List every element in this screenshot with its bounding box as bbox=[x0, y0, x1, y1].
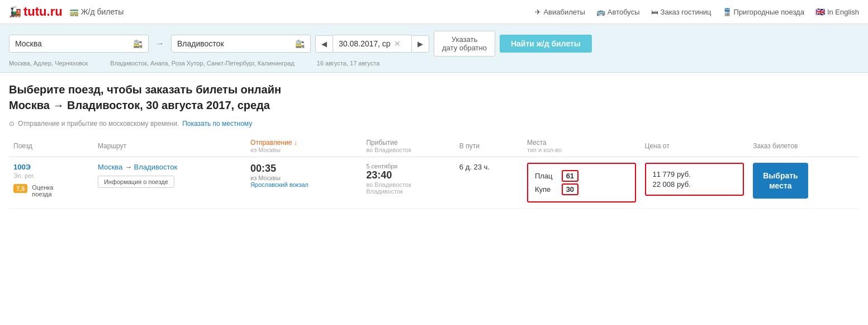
suburban-icon: 🚆 bbox=[723, 8, 732, 16]
col-order: Заказ билетов bbox=[748, 135, 859, 157]
language-switch[interactable]: 🇬🇧 In English bbox=[815, 7, 859, 16]
place-count-plaz: 61 bbox=[562, 170, 578, 182]
time-note-text: Отправление и прибытие по московскому вр… bbox=[18, 120, 179, 128]
hotel-icon: 🛏 bbox=[651, 8, 658, 16]
nav-flights[interactable]: ✈ Авиабилеты bbox=[535, 8, 585, 16]
place-count-kupe: 30 bbox=[562, 183, 578, 195]
date-clear-icon[interactable]: ✕ bbox=[394, 39, 401, 48]
time-note: ⊙ Отправление и прибытие по московскому … bbox=[9, 120, 859, 128]
return-date-button[interactable]: Указать дату обратно bbox=[434, 31, 495, 56]
section-title: 🚃 Ж/д билеты bbox=[69, 7, 124, 16]
rating-badge: 7,5 bbox=[13, 184, 27, 193]
table-row: 100Э Эл. рег. 7,5 Оценка поезда Москва →… bbox=[9, 157, 859, 209]
to-hints: Владивосток, Анапа, Роза Хутор, Санкт-Пе… bbox=[110, 60, 294, 67]
route-arrow-icon: → bbox=[125, 163, 134, 171]
date-navigator: ◀ 30.08.2017, ср ✕ ▶ bbox=[315, 35, 429, 53]
col-places: Места тип и кол-во bbox=[523, 135, 641, 157]
price-cell: 11 779 руб. 22 008 руб. bbox=[641, 157, 749, 209]
price-box: 11 779 руб. 22 008 руб. bbox=[645, 163, 744, 196]
col-arrival: Прибытие во Владивосток bbox=[362, 135, 455, 157]
nav-hotels[interactable]: 🛏 Заказ гостиниц bbox=[651, 8, 712, 16]
col-train: Поезд bbox=[9, 135, 93, 157]
rating-label: Оценка поезда bbox=[32, 184, 53, 197]
from-input[interactable]: Москва 🚉 bbox=[9, 35, 149, 53]
date-value: 30.08.2017, ср bbox=[339, 39, 391, 48]
route-cell: Москва → Владивосток Информация о поезде bbox=[93, 157, 246, 209]
to-value: Владивосток bbox=[177, 39, 224, 48]
header-nav: ✈ Авиабилеты 🚌 Автобусы 🛏 Заказ гостиниц… bbox=[535, 7, 859, 16]
price-row-2: 22 008 руб. bbox=[653, 180, 737, 189]
page-heading: Выберите поезд, чтобы заказать билеты он… bbox=[9, 82, 859, 113]
search-bar: Москва 🚉 → Владивосток 🚉 ◀ 30.08.2017, с… bbox=[0, 24, 868, 73]
travel-time-cell: 6 д. 23 ч. bbox=[455, 157, 523, 209]
departure-station: Ярославский вокзал bbox=[250, 181, 357, 188]
arrival-station-prefix: во Владивосток bbox=[366, 181, 450, 188]
price-row-1: 11 779 руб. bbox=[653, 170, 737, 178]
logo-text: tutu.ru bbox=[23, 4, 63, 19]
search-button[interactable]: Найти ж/д билеты bbox=[500, 35, 592, 53]
main-content: Выберите поезд, чтобы заказать билеты он… bbox=[0, 73, 868, 209]
flights-icon: ✈ bbox=[535, 8, 541, 16]
logo[interactable]: 🚂 tutu.ru bbox=[9, 4, 63, 19]
from-hints: Москва, Адлер, Черняховск bbox=[9, 60, 88, 67]
place-type-plaz: Плац bbox=[535, 172, 557, 180]
route-to-link[interactable]: Владивосток bbox=[134, 163, 178, 171]
order-button[interactable]: Выбрать места bbox=[753, 163, 808, 199]
place-row-plaz: Плац 61 bbox=[535, 170, 628, 182]
arrival-date: 5 сентября bbox=[366, 163, 450, 169]
nav-suburban[interactable]: 🚆 Пригородные поезда bbox=[723, 8, 804, 16]
col-departure: Отправление ↓ из Москвы bbox=[246, 135, 362, 157]
travel-time: 6 д. 23 ч. bbox=[459, 163, 490, 171]
col-price: Цена от bbox=[641, 135, 749, 157]
trains-table: Поезд Маршрут Отправление ↓ из Москвы Пр… bbox=[9, 135, 859, 209]
place-type-kupe: Купе bbox=[535, 185, 557, 194]
places-cell: Плац 61 Купе 30 bbox=[523, 157, 641, 209]
route-from-link[interactable]: Москва bbox=[98, 163, 122, 171]
arrival-cell: 5 сентября 23:40 во Владивосток Владивос… bbox=[362, 157, 455, 209]
bus-icon: 🚌 bbox=[596, 8, 605, 16]
col-route: Маршрут bbox=[93, 135, 246, 157]
arrival-station: Владивосток bbox=[366, 188, 450, 195]
page-title: Выберите поезд, чтобы заказать билеты он… bbox=[9, 82, 859, 113]
date-hints: 16 августа, 17 августа bbox=[317, 60, 380, 67]
departure-cell: 00:35 из Москвы Ярославский вокзал bbox=[246, 157, 362, 209]
search-hints: Москва, Адлер, Черняховск Владивосток, А… bbox=[9, 59, 859, 69]
departure-time: 00:35 bbox=[250, 163, 357, 175]
places-box: Плац 61 Купе 30 bbox=[527, 163, 636, 202]
clock-icon: ⊙ bbox=[9, 120, 15, 128]
table-header: Поезд Маршрут Отправление ↓ из Москвы Пр… bbox=[9, 135, 859, 157]
direction-arrow-icon: → bbox=[155, 39, 164, 49]
to-station-icon: 🚉 bbox=[295, 39, 305, 48]
logo-train-icon: 🚂 bbox=[9, 6, 21, 18]
col-travel-time: В пути bbox=[455, 135, 523, 157]
train-info-cell: 100Э Эл. рег. 7,5 Оценка поезда bbox=[9, 157, 93, 209]
uk-flag-icon: 🇬🇧 bbox=[815, 7, 825, 16]
departure-from: из Москвы bbox=[250, 175, 357, 181]
from-station-icon: 🚉 bbox=[133, 39, 143, 48]
header: 🚂 tutu.ru 🚃 Ж/д билеты ✈ Авиабилеты 🚌 Ав… bbox=[0, 0, 868, 24]
train-info-button[interactable]: Информация о поезде bbox=[98, 176, 174, 188]
train-number-link[interactable]: 100Э bbox=[13, 163, 31, 171]
place-row-kupe: Купе 30 bbox=[535, 183, 628, 195]
order-cell: Выбрать места bbox=[748, 157, 859, 209]
nav-buses[interactable]: 🚌 Автобусы bbox=[596, 8, 640, 16]
date-field[interactable]: 30.08.2017, ср ✕ bbox=[333, 35, 411, 53]
show-local-time-link[interactable]: Показать по местному bbox=[182, 120, 252, 128]
arrival-time: 23:40 bbox=[366, 169, 450, 181]
header-left: 🚂 tutu.ru 🚃 Ж/д билеты bbox=[9, 4, 124, 19]
train-type: Эл. рег. bbox=[13, 172, 35, 179]
date-next-button[interactable]: ▶ bbox=[411, 35, 429, 53]
to-input[interactable]: Владивосток 🚉 bbox=[171, 35, 311, 53]
date-prev-button[interactable]: ◀ bbox=[315, 35, 333, 53]
from-value: Москва bbox=[15, 39, 42, 48]
search-row: Москва 🚉 → Владивосток 🚉 ◀ 30.08.2017, с… bbox=[9, 31, 859, 56]
table-body: 100Э Эл. рег. 7,5 Оценка поезда Москва →… bbox=[9, 157, 859, 209]
train-icon: 🚃 bbox=[69, 7, 79, 16]
